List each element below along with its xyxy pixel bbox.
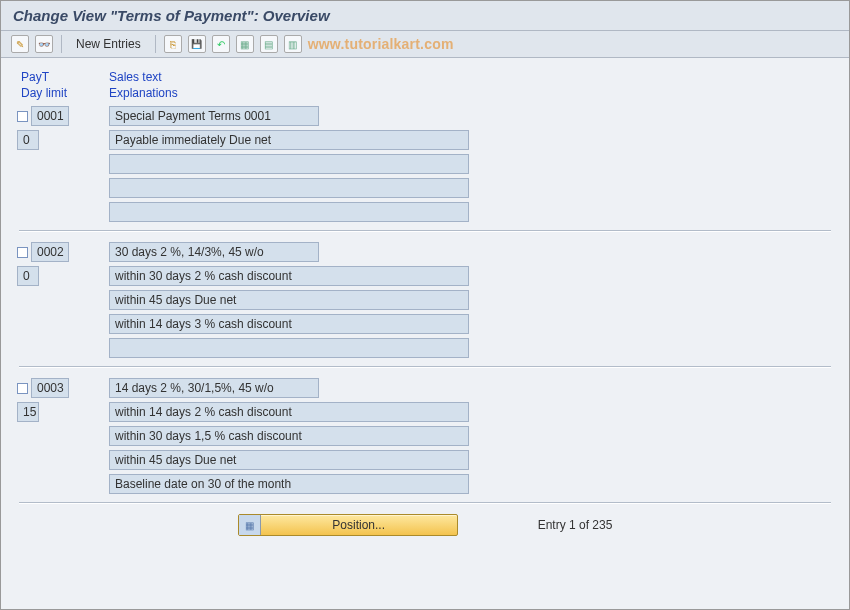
explanation-field[interactable]: Baseline date on 30 of the month	[109, 474, 469, 494]
row-separator	[19, 230, 831, 232]
explanation-field[interactable]	[109, 338, 469, 358]
header-sales-text: Sales text	[109, 70, 841, 84]
save-icon[interactable]	[188, 35, 206, 53]
payt-field[interactable]: 0003	[31, 378, 69, 398]
day-limit-field[interactable]: 0	[17, 130, 39, 150]
explanation-field[interactable]: within 30 days 1,5 % cash discount	[109, 426, 469, 446]
entry-right-column: Special Payment Terms 0001 Payable immed…	[109, 106, 841, 222]
explanation-field[interactable]: within 14 days 3 % cash discount	[109, 314, 469, 334]
header-day-limit: Day limit	[21, 86, 109, 100]
entry-count-text: Entry 1 of 235	[538, 518, 613, 532]
select-checkbox[interactable]	[17, 383, 28, 394]
payt-field[interactable]: 0002	[31, 242, 69, 262]
day-limit-field[interactable]: 0	[17, 266, 39, 286]
title-text: Change View "Terms of Payment": Overview	[13, 7, 330, 24]
position-button[interactable]: Position...	[238, 514, 458, 536]
entry-right-column: 14 days 2 %, 30/1,5%, 45 w/o within 14 d…	[109, 378, 841, 494]
entry-row: 0002 0 30 days 2 %, 14/3%, 45 w/o within…	[13, 242, 841, 358]
sales-text-field[interactable]: 30 days 2 %, 14/3%, 45 w/o	[109, 242, 319, 262]
header-payt: PayT	[21, 70, 109, 84]
payt-row: 0003	[17, 378, 69, 398]
row-separator	[19, 502, 831, 504]
explanation-field[interactable]: within 14 days 2 % cash discount	[109, 402, 469, 422]
entry-row: 0003 15 14 days 2 %, 30/1,5%, 45 w/o wit…	[13, 378, 841, 494]
display-icon[interactable]	[35, 35, 53, 53]
select-block-icon[interactable]	[260, 35, 278, 53]
payt-row: 0001	[17, 106, 69, 126]
toolbar-divider	[155, 35, 156, 53]
content-area: PayT Sales text Day limit Explanations 0…	[1, 58, 849, 536]
toggle-change-icon[interactable]	[11, 35, 29, 53]
column-header-row-2: Day limit Explanations	[21, 86, 841, 100]
select-checkbox[interactable]	[17, 111, 28, 122]
payt-row: 0002	[17, 242, 69, 262]
entry-left-column: 0003 15	[13, 378, 109, 494]
position-label: Position...	[261, 518, 457, 532]
sales-text-field[interactable]: Special Payment Terms 0001	[109, 106, 319, 126]
explanation-field[interactable]: within 45 days Due net	[109, 450, 469, 470]
entry-row: 0001 0 Special Payment Terms 0001 Payabl…	[13, 106, 841, 222]
footer-row: Position... Entry 1 of 235	[9, 514, 841, 536]
row-separator	[19, 366, 831, 368]
select-checkbox[interactable]	[17, 247, 28, 258]
explanation-field[interactable]: within 45 days Due net	[109, 290, 469, 310]
explanation-field[interactable]	[109, 202, 469, 222]
copy-as-icon[interactable]	[164, 35, 182, 53]
new-entries-button[interactable]: New Entries	[70, 37, 147, 51]
day-limit-field[interactable]: 15	[17, 402, 39, 422]
payt-field[interactable]: 0001	[31, 106, 69, 126]
sales-text-field[interactable]: 14 days 2 %, 30/1,5%, 45 w/o	[109, 378, 319, 398]
toolbar: New Entries www.tutorialkart.com	[1, 31, 849, 58]
explanation-field[interactable]: Payable immediately Due net	[109, 130, 469, 150]
entry-left-column: 0001 0	[13, 106, 109, 222]
watermark-text: www.tutorialkart.com	[308, 36, 454, 52]
toolbar-divider	[61, 35, 62, 53]
deselect-all-icon[interactable]	[284, 35, 302, 53]
entry-left-column: 0002 0	[13, 242, 109, 358]
explanation-field[interactable]: within 30 days 2 % cash discount	[109, 266, 469, 286]
entry-right-column: 30 days 2 %, 14/3%, 45 w/o within 30 day…	[109, 242, 841, 358]
select-all-icon[interactable]	[236, 35, 254, 53]
position-icon	[239, 515, 261, 535]
undo-icon[interactable]	[212, 35, 230, 53]
explanation-field[interactable]	[109, 154, 469, 174]
column-header-row-1: PayT Sales text	[21, 70, 841, 84]
explanation-field[interactable]	[109, 178, 469, 198]
window-title: Change View "Terms of Payment": Overview	[1, 1, 849, 31]
header-explanations: Explanations	[109, 86, 841, 100]
